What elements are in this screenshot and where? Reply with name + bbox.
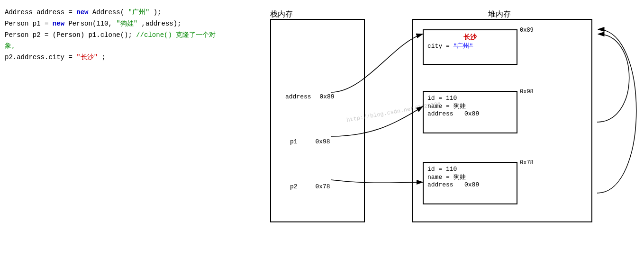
code-token: p1 = — [33, 20, 53, 27]
p2-address-field: address 0x89 — [427, 181, 513, 188]
p2-id-field: id = 110 — [427, 166, 513, 173]
code-token: ); — [154, 9, 162, 16]
code-section: Address address = new Address( "广州" ); P… — [0, 0, 251, 256]
stack-address-label: address — [285, 93, 311, 100]
stack-p2-label: p2 — [290, 183, 298, 190]
stack-p1-value: 0x98 — [315, 138, 330, 145]
code-token: p2.address.city = — [5, 53, 73, 61]
heap-addr-78-box: id = 110 name = 狗娃 address 0x89 — [423, 162, 517, 204]
city-changed-value: 长沙 — [427, 33, 513, 42]
code-token: Person(110, — [68, 20, 112, 27]
city-field: city = "广州" — [427, 42, 513, 50]
heap-addr-89-box: 长沙 city = "广州" — [423, 29, 517, 65]
code-line-5: p2.address.city = "长沙" ; — [5, 52, 246, 63]
code-token: //clone() 克隆了一个对 — [136, 31, 216, 39]
code-line-1: Address address = new Address( "广州" ); — [5, 7, 246, 18]
code-token: new — [76, 9, 88, 16]
addr-98-label: 0x98 — [520, 88, 534, 95]
city-label: city = — [427, 43, 454, 50]
heap-label: 堆内存 — [488, 9, 511, 19]
code-token: 象。 — [5, 42, 18, 50]
code-token: ; — [101, 53, 105, 61]
diagram-section: 栈内存 address 0x89 p1 0x98 p2 0x78 堆内存 长沙 … — [251, 5, 640, 251]
stack-p1-label: p1 — [290, 138, 298, 145]
code-token: Address — [5, 9, 33, 16]
heap-addr-98-box: id = 110 name = 狗娃 address 0x89 — [423, 91, 517, 133]
code-line-4: 象。 — [5, 41, 246, 52]
code-token: Address( — [92, 9, 124, 16]
heap-box: 长沙 city = "广州" 0x89 id = 110 name = 狗娃 a… — [412, 19, 592, 222]
code-line-3: Person p2 = (Person) p1.clone(); //clone… — [5, 30, 246, 41]
code-token: address = — [36, 9, 76, 16]
code-token: Person — [5, 20, 28, 27]
stack-p2-value: 0x78 — [315, 183, 330, 190]
code-token: "广州" — [128, 9, 149, 16]
arrow-p1-addr-to-89 — [597, 34, 629, 122]
code-token: new — [53, 20, 64, 27]
stack-p1-item: p1 0x98 — [290, 138, 330, 145]
addr-89-label: 0x89 — [520, 27, 534, 34]
code-token: "狗娃" — [116, 20, 137, 27]
stack-label: 栈内存 — [270, 9, 293, 19]
code-token: Person — [5, 31, 28, 39]
code-token: ,address); — [142, 20, 181, 27]
p2-name-field: name = 狗娃 — [427, 173, 513, 181]
stack-p2-item: p2 0x78 — [290, 183, 330, 190]
arrow-p2-addr-to-89 — [597, 29, 636, 193]
code-line-2: Person p1 = new Person(110, "狗娃" ,addres… — [5, 18, 246, 30]
code-token: p2 = (Person) p1.clone(); — [33, 31, 136, 39]
p1-address-field: address 0x89 — [427, 110, 513, 117]
city-value-strikethrough: "广州" — [454, 43, 473, 50]
addr-78-label: 0x78 — [520, 159, 534, 166]
stack-address-item: address 0x89 — [285, 93, 335, 100]
code-token: "长沙" — [76, 53, 98, 61]
stack-address-value: 0x89 — [319, 93, 334, 100]
